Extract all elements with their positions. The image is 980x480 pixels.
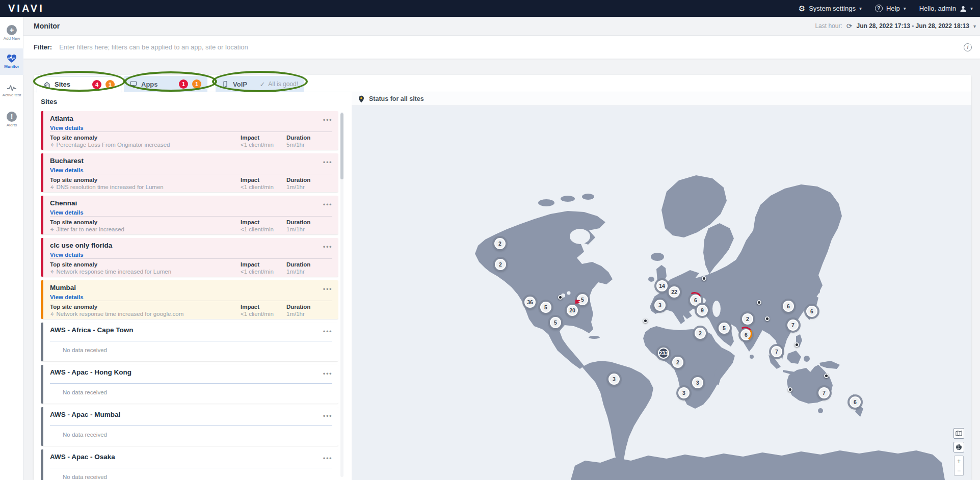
- exclamation-circle-icon: !: [7, 112, 17, 122]
- sidebar-item-label: Alerts: [7, 123, 17, 128]
- view-details-link[interactable]: View details: [50, 209, 84, 216]
- system-settings-menu[interactable]: ⚙ System settings ▾: [799, 4, 862, 13]
- card-menu-button[interactable]: •••: [323, 244, 332, 250]
- map-cluster-marker[interactable]: 2: [672, 357, 683, 368]
- map-dot-marker[interactable]: [757, 300, 761, 305]
- sidebar-item-active-test[interactable]: Active test: [0, 78, 23, 104]
- impact-label: Impact: [241, 304, 286, 310]
- map-cluster-marker[interactable]: 2: [742, 313, 753, 325]
- critical-count-badge: 1: [179, 79, 188, 89]
- map-dot-marker[interactable]: [702, 276, 706, 281]
- site-card[interactable]: Chennai View details ••• Top site anomal…: [41, 196, 338, 234]
- site-card[interactable]: Bucharest View details ••• Top site anom…: [41, 153, 338, 192]
- card-menu-button[interactable]: •••: [323, 117, 332, 123]
- map-cluster-marker[interactable]: 5: [550, 317, 561, 328]
- card-divider: [50, 216, 332, 217]
- map-dot-marker[interactable]: [765, 316, 770, 321]
- map-cluster-marker[interactable]: 6: [850, 396, 861, 408]
- site-card[interactable]: AWS - Apac - Osaka ••• No data received: [41, 449, 338, 480]
- site-name: AWS - Africa - Cape Town: [50, 326, 134, 334]
- map-cluster-marker[interactable]: 3: [678, 387, 690, 398]
- card-menu-button[interactable]: •••: [323, 413, 332, 419]
- user-menu[interactable]: Hello, admin ▾: [919, 5, 973, 12]
- view-details-link[interactable]: View details: [50, 125, 84, 131]
- site-name: clc use only florida: [50, 242, 112, 250]
- time-range-value[interactable]: Jun 28, 2022 17:13 - Jun 28, 2022 18:13: [856, 22, 969, 30]
- map-cluster-marker[interactable]: 2: [494, 238, 506, 249]
- view-details-link[interactable]: View details: [50, 167, 84, 173]
- tab-voip[interactable]: VoIP ✓ All is good!: [216, 76, 304, 92]
- chevron-down-icon: ▾: [904, 6, 906, 11]
- anomaly-label: Top site anomaly: [50, 261, 241, 268]
- anomaly-icon: ✈: [50, 227, 54, 232]
- site-card[interactable]: Mumbai View details ••• Top site anomaly…: [41, 280, 338, 319]
- map-dot-marker[interactable]: [824, 374, 829, 378]
- tab-apps[interactable]: Apps 1 1: [124, 76, 207, 92]
- scrollbar-thumb[interactable]: [340, 113, 343, 179]
- card-menu-button[interactable]: •••: [323, 286, 332, 292]
- map-cluster-marker[interactable]: 2: [695, 328, 706, 339]
- map-cluster-marker[interactable]: 7: [771, 346, 782, 357]
- card-menu-button[interactable]: •••: [323, 201, 332, 208]
- view-details-link[interactable]: View details: [50, 294, 84, 300]
- card-menu-button[interactable]: •••: [323, 455, 332, 462]
- card-menu-button[interactable]: •••: [323, 159, 332, 166]
- view-details-link[interactable]: View details: [50, 252, 84, 258]
- map-cluster-marker[interactable]: 2: [495, 259, 506, 270]
- chevron-down-icon[interactable]: ▾: [973, 23, 976, 29]
- info-icon[interactable]: i: [964, 43, 972, 51]
- phone-icon: [222, 81, 229, 88]
- map-cluster-marker[interactable]: 9: [697, 305, 708, 316]
- map-cluster-marker[interactable]: 5: [540, 302, 551, 313]
- map-cluster-marker[interactable]: 22: [669, 286, 680, 298]
- map-dot-marker[interactable]: [788, 387, 792, 392]
- duration-value: 1m/1hr: [286, 226, 332, 232]
- world-map[interactable]: + − 223655205314226392526233276677633: [352, 106, 971, 480]
- globe-view-button[interactable]: [953, 442, 964, 452]
- sites-list-scrollbar[interactable]: [340, 112, 343, 477]
- map-cluster-marker[interactable]: 7: [818, 387, 830, 398]
- map-cluster-marker[interactable]: 6: [740, 329, 752, 340]
- map-view-button[interactable]: [953, 428, 964, 439]
- monitor-content-card: Sites 4 1 Apps 1 1 VoIP ✓ All is goo: [34, 75, 971, 480]
- user-greeting: Hello, admin: [919, 5, 956, 12]
- site-name: AWS - Apac - Mumbai: [50, 411, 120, 419]
- sites-panel: Sites Atlanta View details ••• Top site …: [34, 92, 347, 480]
- sidebar-item-add-new[interactable]: + Add New: [0, 20, 23, 46]
- map-cluster-marker[interactable]: 6: [806, 306, 817, 317]
- sidebar-item-alerts[interactable]: ! Alerts: [0, 106, 23, 133]
- site-card[interactable]: AWS - Apac - Hong Kong ••• No data recei…: [41, 365, 338, 404]
- site-card[interactable]: AWS - Apac - Mumbai ••• No data received: [41, 407, 338, 446]
- map-cluster-marker[interactable]: 6: [690, 295, 701, 306]
- card-menu-button[interactable]: •••: [323, 370, 332, 377]
- zoom-out-button[interactable]: −: [955, 466, 963, 475]
- refresh-icon[interactable]: ⟳: [846, 22, 853, 30]
- site-card[interactable]: AWS - Africa - Cape Town ••• No data rec…: [41, 323, 338, 361]
- site-card[interactable]: Atlanta View details ••• Top site anomal…: [41, 111, 338, 150]
- impact-label: Impact: [241, 261, 286, 268]
- map-cluster-marker[interactable]: 3: [654, 300, 666, 311]
- impact-label: Impact: [241, 219, 286, 225]
- map-cluster-marker[interactable]: 3: [608, 374, 620, 385]
- map-cluster-marker[interactable]: 7: [787, 319, 799, 331]
- map-cluster-marker[interactable]: 20: [567, 305, 578, 316]
- anomaly-text: DNS resolution time increased for Lumen: [56, 184, 163, 190]
- zoom-in-button[interactable]: +: [955, 456, 963, 466]
- map-cluster-marker[interactable]: 5: [577, 294, 588, 305]
- map-cluster-marker[interactable]: 3: [692, 377, 703, 388]
- filter-input[interactable]: [59, 43, 964, 51]
- map-cluster-marker[interactable]: 233: [658, 348, 669, 359]
- sidebar-item-monitor[interactable]: Monitor: [0, 48, 23, 75]
- help-menu[interactable]: ? Help ▾: [875, 5, 906, 12]
- map-dot-marker[interactable]: [643, 318, 648, 323]
- map-dot-marker[interactable]: [558, 295, 563, 300]
- map-cluster-marker[interactable]: 6: [783, 301, 794, 312]
- map-cluster-marker[interactable]: 36: [524, 297, 536, 308]
- card-menu-button[interactable]: •••: [323, 328, 332, 335]
- map-cluster-marker[interactable]: 14: [656, 280, 668, 291]
- tab-sites[interactable]: Sites 4 1: [37, 76, 121, 93]
- map-cluster-marker[interactable]: 5: [719, 323, 730, 334]
- anomaly-label: Top site anomaly: [50, 135, 241, 141]
- site-card[interactable]: clc use only florida View details ••• To…: [41, 238, 338, 277]
- map-dot-marker[interactable]: [794, 342, 799, 347]
